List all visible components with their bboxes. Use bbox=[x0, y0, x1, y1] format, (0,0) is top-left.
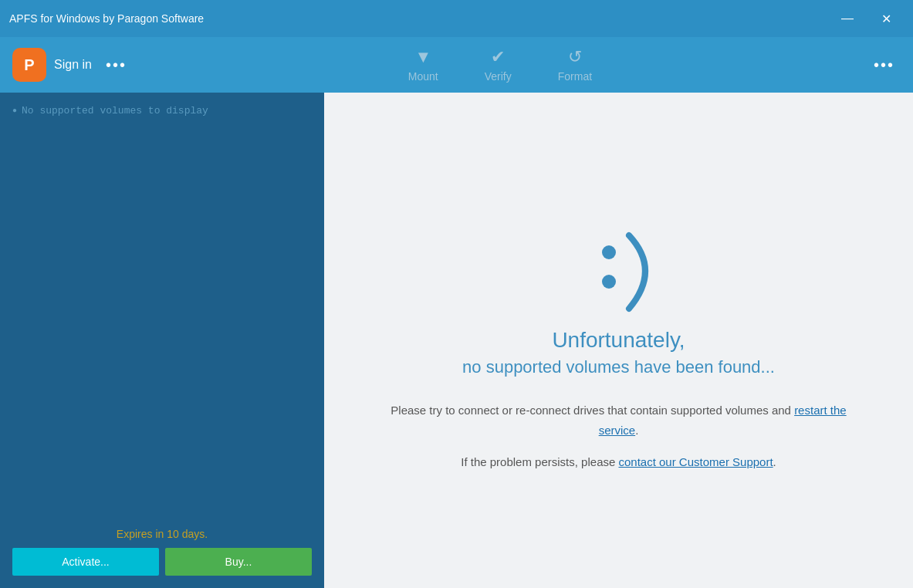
buy-button[interactable]: Buy... bbox=[165, 548, 312, 576]
main-area: ● No supported volumes to display Expire… bbox=[0, 93, 913, 588]
mount-label: Mount bbox=[408, 70, 438, 83]
app-title: APFS for Windows by Paragon Software bbox=[9, 12, 204, 25]
toolbar-actions: ▼ Mount ✔ Verify ↺ Format bbox=[133, 47, 867, 83]
verify-label: Verify bbox=[485, 70, 512, 83]
title-controls: — ✕ bbox=[830, 6, 904, 31]
error-desc2-end: . bbox=[773, 455, 776, 468]
svg-point-1 bbox=[602, 275, 616, 289]
verify-action[interactable]: ✔ Verify bbox=[485, 47, 512, 83]
toolbar-right: ••• bbox=[867, 53, 901, 77]
footer-buttons: Activate... Buy... bbox=[12, 548, 312, 576]
toolbar-dots-button[interactable]: ••• bbox=[100, 53, 133, 77]
error-description: Please try to connect or re-connect driv… bbox=[372, 400, 866, 440]
mount-icon: ▼ bbox=[414, 47, 431, 67]
bullet-icon: ● bbox=[12, 106, 17, 115]
customer-support-link[interactable]: contact our Customer Support bbox=[618, 455, 773, 468]
error-subtitle: no supported volumes have been found... bbox=[462, 357, 775, 377]
content-area: Unfortunately, no supported volumes have… bbox=[324, 93, 913, 588]
no-volumes-message: ● No supported volumes to display bbox=[12, 105, 312, 117]
svg-point-0 bbox=[602, 245, 616, 259]
title-bar: APFS for Windows by Paragon Software — ✕ bbox=[0, 0, 913, 37]
error-desc-end: . bbox=[635, 424, 638, 437]
activate-button[interactable]: Activate... bbox=[12, 548, 159, 576]
app-logo: P bbox=[12, 48, 46, 82]
toolbar: P Sign in ••• ▼ Mount ✔ Verify ↺ Format … bbox=[0, 37, 913, 93]
logo-letter: P bbox=[24, 56, 34, 74]
format-label: Format bbox=[558, 70, 592, 83]
expires-text: Expires in 10 days. bbox=[12, 528, 312, 540]
error-desc-text: Please try to connect or re-connect driv… bbox=[391, 404, 794, 417]
more-button[interactable]: ••• bbox=[867, 53, 901, 77]
title-bar-left: APFS for Windows by Paragon Software bbox=[9, 12, 204, 25]
error-description-2: If the problem persists, please contact … bbox=[461, 455, 776, 468]
sign-in-label[interactable]: Sign in bbox=[54, 58, 92, 72]
error-title: Unfortunately, bbox=[552, 328, 685, 353]
minimize-button[interactable]: — bbox=[830, 6, 865, 31]
toolbar-left: P Sign in ••• bbox=[12, 48, 133, 82]
mount-action[interactable]: ▼ Mount bbox=[408, 47, 438, 83]
no-volumes-text: No supported volumes to display bbox=[22, 105, 208, 117]
format-action[interactable]: ↺ Format bbox=[558, 47, 592, 83]
close-button[interactable]: ✕ bbox=[868, 6, 904, 31]
sidebar-footer: Expires in 10 days. Activate... Buy... bbox=[0, 519, 324, 588]
sidebar: ● No supported volumes to display Expire… bbox=[0, 93, 324, 588]
error-desc2-pre: If the problem persists, please bbox=[461, 455, 618, 468]
format-icon: ↺ bbox=[568, 47, 582, 67]
sad-face-graphic bbox=[569, 212, 669, 313]
verify-icon: ✔ bbox=[491, 47, 505, 67]
